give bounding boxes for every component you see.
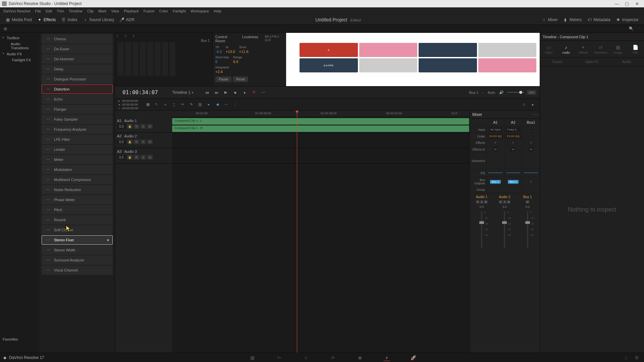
soundlib-toggle[interactable]: ♪Sound Library (80, 16, 117, 23)
prev-button[interactable]: ⏮ (204, 89, 210, 96)
mixer-options-icon[interactable]: ⋯ (533, 112, 537, 117)
solo-button[interactable]: S (141, 155, 146, 160)
fx-item-reverb[interactable]: 〰Reverb (42, 215, 113, 225)
mixer-cell[interactable] (522, 153, 540, 169)
mixer-cell[interactable] (504, 153, 522, 169)
minimize-button[interactable]: — (612, 1, 622, 7)
mixer-channel-header[interactable]: A1 (486, 119, 504, 126)
record-button[interactable]: ● (241, 89, 248, 96)
fader-slider[interactable]: 0-10-20-30-40 (481, 211, 482, 248)
mute-button[interactable]: M (147, 139, 153, 144)
menu-clip[interactable]: Clip (87, 9, 94, 13)
lock-icon[interactable]: 🔒 (127, 155, 132, 160)
mixer-cell[interactable] (522, 169, 540, 177)
fx-item-phase-meter[interactable]: 〰Phase Meter (42, 195, 113, 204)
mute-button[interactable]: M (147, 155, 153, 160)
track-lanes[interactable]: 00:21:00 01:00:28:00 01:00:35:00 00:00:4… (172, 111, 469, 353)
link-tool-icon[interactable]: ✎ (188, 101, 195, 108)
record-arm-button[interactable]: R (134, 155, 139, 160)
fx-item-vocal-channel[interactable]: 〰Vocal Channel (42, 265, 113, 275)
menu-mark[interactable]: Mark (98, 9, 106, 13)
inspector-tab-audio[interactable]: ♪Audio (557, 41, 575, 57)
options-icon[interactable]: ⋯ (636, 26, 641, 32)
marker-blue-icon[interactable]: ◆ (214, 101, 221, 108)
menu-timeline[interactable]: Timeline (69, 9, 83, 13)
chain-tool-icon[interactable]: ⛓ (197, 101, 204, 108)
index-toggle[interactable]: ☰Index (59, 16, 80, 23)
mixer-cell[interactable]: + (522, 177, 540, 187)
menu-view[interactable]: View (111, 9, 119, 13)
fx-item-modulation[interactable]: 〰Modulation (42, 165, 113, 174)
next-button[interactable]: ⏭ (213, 89, 220, 96)
fx-item-frequency-analyzer[interactable]: 〰Frequency Analyzer (42, 125, 113, 134)
mixer-cell[interactable]: In (522, 146, 540, 153)
fx-item-flanger[interactable]: 〰Flanger (42, 105, 113, 114)
fx-item-lfe-filter[interactable]: 〰LFE Filter (42, 135, 113, 144)
deliver-page-icon[interactable]: 🚀 (410, 354, 417, 361)
mixer-cell[interactable]: + (522, 140, 540, 146)
inspector-toggle[interactable]: ✱Inspector (613, 16, 641, 23)
waveform-icon[interactable]: 〰 (223, 101, 230, 108)
razor-tool-icon[interactable]: ✂ (179, 101, 186, 108)
fx-item-dialogue-processor[interactable]: 〰Dialogue Processor (42, 74, 113, 84)
inspector-subtab-open-fx[interactable]: Open FX (575, 58, 609, 66)
monitor-bus[interactable]: Bus 1 (469, 90, 479, 95)
audio-clip[interactable]: Compound Clip 1 - R (172, 125, 469, 132)
fx-item-distortion[interactable]: 〰Distortion (42, 84, 113, 94)
automation-button[interactable]: 〰 (260, 89, 267, 96)
mixer-cell[interactable]: Foley S… (504, 126, 522, 133)
menu-edit[interactable]: Edit (46, 9, 52, 13)
mixer-channel-header[interactable]: A2 (504, 119, 522, 126)
fader-slider[interactable]: 0-10-20-30-40 (504, 211, 505, 248)
track-header-a1[interactable]: A1Audio 10.0🔒RSM (115, 117, 172, 133)
color-page-icon[interactable]: ◉ (357, 354, 363, 361)
timeline-view-icon[interactable]: ▦ (144, 101, 152, 108)
mixer-cell[interactable] (504, 187, 522, 193)
fx-item-de-esser[interactable]: 〰De-Esser (42, 44, 113, 54)
zoom-slider-icon[interactable]: ● (529, 101, 536, 108)
flag-blue-icon[interactable]: ▸ (205, 101, 213, 108)
timeline-selector[interactable]: Timeline 1 ▾ (172, 90, 194, 95)
mute-button[interactable]: M (147, 124, 153, 129)
menu-help[interactable]: Help (214, 9, 221, 13)
record-arm-button[interactable]: R (134, 139, 139, 144)
play-button[interactable]: ▶ (222, 89, 229, 96)
search-icon[interactable]: 🔍 (629, 26, 634, 32)
speaker-icon[interactable]: 🔊 (498, 89, 505, 96)
home-icon[interactable]: ⌂ (623, 354, 629, 361)
track-lane-3[interactable] (172, 148, 469, 164)
inspector-tab-video[interactable]: ▭Video (540, 41, 557, 57)
zoom-fit-icon[interactable]: ◇ (520, 101, 528, 108)
fx-item-multiband-compressor[interactable]: 〰Multiband Compressor (42, 175, 113, 184)
favorites-label[interactable]: Favorites (3, 337, 18, 341)
fader-2[interactable]: Audio 2RSM0.00-10-20-30-40 (493, 195, 516, 248)
selection-tool-icon[interactable]: ↖ (153, 101, 160, 108)
adr-toggle[interactable]: 🎤ADR (117, 16, 137, 23)
metadata-toggle[interactable]: 🏷Metadata (585, 16, 613, 23)
fx-item-limiter[interactable]: 〰Limiter (42, 145, 113, 154)
tree-fairlight-fx[interactable]: Fairlight FX (1, 57, 38, 63)
add-marker-icon[interactable]: + (162, 101, 169, 108)
menu-color[interactable]: Color (159, 9, 168, 13)
mixer-cell[interactable]: FX DY EQ (504, 133, 522, 140)
media-page-icon[interactable]: ▦ (249, 354, 256, 361)
meters-toggle[interactable]: ▮Meters (560, 16, 585, 23)
mixer-cell[interactable] (504, 169, 522, 177)
fx-item-pitch[interactable]: 〰Pitch (42, 205, 113, 215)
playhead[interactable] (297, 111, 297, 353)
mixer-channel-header[interactable]: Bus1 (522, 119, 540, 126)
menu-file[interactable]: File (35, 9, 41, 13)
mixer-cell[interactable] (486, 187, 504, 193)
inspector-tab-image[interactable]: ▦Image (609, 41, 627, 57)
dim-button[interactable]: DIM (527, 90, 537, 95)
tree-audio-fx[interactable]: Audio FX (1, 51, 38, 57)
track-header-a2[interactable]: A2Audio 20.0🔒RSM (115, 133, 172, 148)
inspector-tab-transition[interactable]: ⇄Transition (592, 41, 609, 57)
volume-slider[interactable] (507, 92, 524, 93)
menu-workspace[interactable]: Workspace (191, 9, 209, 13)
fairlight-page-icon[interactable]: ♪ (383, 354, 390, 361)
pause-button[interactable]: Pause (215, 76, 231, 82)
audio-clip[interactable]: Compound Clip 1 - L (172, 118, 469, 125)
mixer-cell[interactable]: In (486, 146, 504, 153)
loop-button[interactable]: ↻ (251, 89, 257, 96)
